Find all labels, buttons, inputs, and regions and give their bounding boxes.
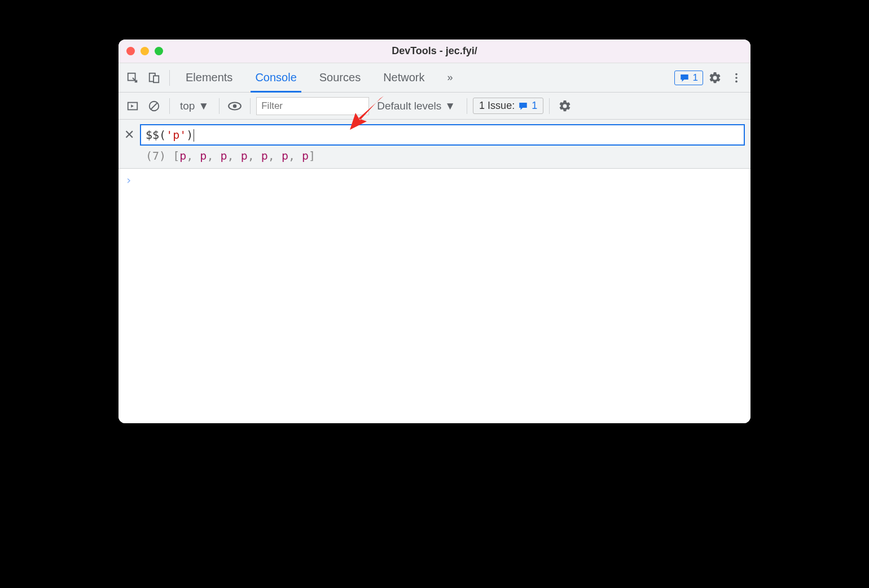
- live-expression-icon[interactable]: [225, 96, 244, 116]
- expression-result: (7) [p, p, p, p, p, p, p]: [124, 146, 745, 163]
- feedback-count: 1: [693, 72, 698, 84]
- issues-label: 1 Issue:: [479, 100, 515, 112]
- clear-console-icon[interactable]: [144, 96, 164, 116]
- tabs-overflow-button[interactable]: »: [437, 63, 463, 93]
- context-selector[interactable]: top ▼: [175, 100, 213, 112]
- filter-input[interactable]: [256, 97, 369, 115]
- main-tabs: Elements Console Sources Network » 1: [118, 63, 750, 93]
- console-toolbar: top ▼ Default levels ▼ 1 Issue: 1: [118, 93, 750, 120]
- separator: [467, 98, 467, 114]
- tab-sources[interactable]: Sources: [309, 63, 371, 93]
- issues-count: 1: [532, 100, 537, 112]
- result-element[interactable]: p: [282, 149, 288, 163]
- separator: [169, 98, 170, 114]
- close-expression-button[interactable]: ✕: [124, 128, 134, 142]
- log-levels-selector[interactable]: Default levels ▼: [371, 100, 461, 112]
- separator: [169, 70, 170, 86]
- console-settings-icon[interactable]: [555, 96, 574, 116]
- result-element[interactable]: p: [261, 149, 268, 163]
- result-element[interactable]: p: [200, 149, 207, 163]
- svg-point-3: [735, 73, 738, 75]
- tab-elements[interactable]: Elements: [175, 63, 243, 93]
- result-element[interactable]: p: [221, 149, 227, 163]
- separator: [549, 98, 550, 114]
- svg-line-8: [151, 103, 157, 109]
- kebab-menu-icon[interactable]: [727, 68, 746, 87]
- svg-rect-2: [153, 76, 159, 82]
- device-toggle-icon[interactable]: [144, 68, 164, 87]
- devtools-window: DevTools - jec.fyi/ Elements Console Sou…: [118, 40, 750, 423]
- console-body[interactable]: ›: [118, 169, 750, 423]
- minimize-window-button[interactable]: [141, 47, 149, 55]
- separator: [250, 98, 251, 114]
- svg-point-4: [735, 77, 738, 79]
- context-label: top: [180, 100, 195, 112]
- titlebar: DevTools - jec.fyi/: [118, 40, 750, 63]
- expression-input[interactable]: $$('p'): [140, 124, 745, 146]
- separator: [219, 98, 220, 114]
- levels-label: Default levels: [377, 100, 441, 112]
- result-element[interactable]: p: [241, 149, 248, 163]
- svg-point-10: [233, 104, 237, 108]
- maximize-window-button[interactable]: [155, 47, 163, 55]
- sidebar-toggle-icon[interactable]: [123, 96, 142, 116]
- live-expression-bar: ✕ $$('p') (7) [p, p, p, p, p, p, p]: [118, 120, 750, 169]
- result-element[interactable]: p: [302, 149, 309, 163]
- settings-icon[interactable]: [705, 68, 725, 87]
- result-element[interactable]: p: [179, 149, 186, 163]
- window-title: DevTools - jec.fyi/: [118, 45, 750, 57]
- issues-badge[interactable]: 1 Issue: 1: [473, 98, 543, 114]
- prompt-caret-icon: ›: [125, 173, 132, 187]
- tab-console[interactable]: Console: [245, 63, 306, 93]
- chevron-down-icon: ▼: [445, 100, 455, 112]
- tab-network[interactable]: Network: [373, 63, 434, 93]
- expression-code: $$('p'): [146, 128, 194, 142]
- svg-point-5: [735, 80, 738, 82]
- chevron-down-icon: ▼: [198, 100, 209, 112]
- inspect-icon[interactable]: [123, 68, 142, 87]
- traffic-lights: [118, 47, 163, 55]
- feedback-badge[interactable]: 1: [674, 71, 703, 85]
- message-icon: [518, 101, 528, 111]
- close-window-button[interactable]: [126, 47, 135, 55]
